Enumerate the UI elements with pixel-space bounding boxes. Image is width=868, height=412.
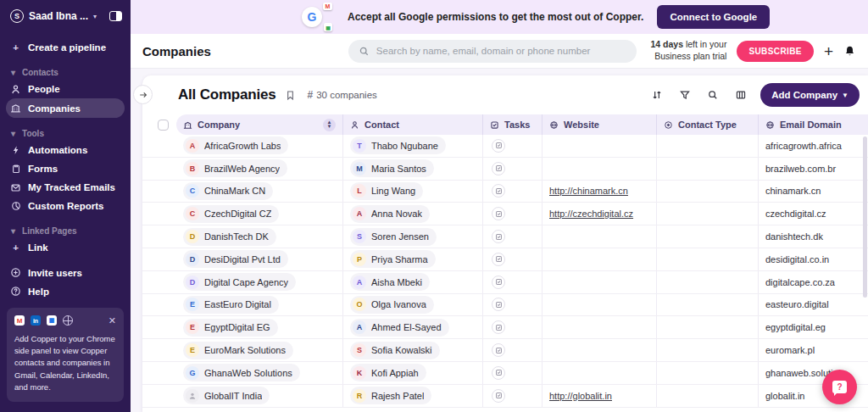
- vertical-scrollbar[interactable]: [863, 136, 867, 298]
- contact-chip[interactable]: P Priya Sharma: [350, 250, 436, 268]
- table-row[interactable]: GlobalIT India R Rajesh Patel http://glo…: [142, 385, 868, 408]
- website-cell[interactable]: [542, 158, 657, 180]
- contact-type-cell[interactable]: [657, 158, 759, 180]
- sidebar-item-people[interactable]: People: [0, 80, 131, 98]
- sidebar-item-my-tracked-emails[interactable]: My Tracked Emails: [0, 178, 131, 197]
- contact-chip[interactable]: A Ahmed El-Sayed: [350, 319, 449, 337]
- contact-type-cell[interactable]: [657, 271, 759, 293]
- website-cell[interactable]: [542, 339, 657, 361]
- company-chip[interactable]: C ChinaMark CN: [183, 182, 273, 200]
- task-check-icon[interactable]: [492, 207, 505, 220]
- contact-chip[interactable]: R Rajesh Patel: [350, 387, 431, 404]
- sidebar-item-custom-reports[interactable]: Custom Reports: [0, 197, 131, 215]
- email-domain-cell[interactable]: chinamark.cn: [759, 181, 868, 203]
- tasks-cell[interactable]: [483, 158, 542, 180]
- columns-icon[interactable]: [735, 89, 747, 101]
- contact-cell[interactable]: P Priya Sharma: [343, 248, 483, 270]
- website-cell[interactable]: [542, 271, 657, 293]
- global-search[interactable]: [348, 40, 637, 63]
- website-cell[interactable]: http://czechdigital.cz: [542, 203, 657, 225]
- contact-type-cell[interactable]: [657, 316, 759, 338]
- website-cell[interactable]: [542, 294, 657, 316]
- expand-panel-button[interactable]: [133, 85, 153, 104]
- table-row[interactable]: E EastEuro Digital O Olga Ivanova easteu…: [142, 294, 868, 317]
- company-cell[interactable]: C CzechDigital CZ: [176, 203, 343, 225]
- company-chip[interactable]: E EuroMark Solutions: [183, 342, 293, 359]
- email-domain-cell[interactable]: easteuro.digital: [759, 294, 868, 316]
- tasks-cell[interactable]: [483, 203, 542, 225]
- close-icon[interactable]: ✕: [108, 315, 116, 326]
- tasks-cell[interactable]: [483, 271, 542, 293]
- website-link[interactable]: http://globalit.in: [549, 391, 612, 401]
- contact-type-cell[interactable]: [657, 181, 759, 203]
- sidebar-item-invite-users[interactable]: Invite users: [0, 264, 131, 282]
- table-row[interactable]: G GhanaWeb Solutions K Kofi Appiah ghana…: [142, 362, 868, 385]
- contact-cell[interactable]: L Ling Wang: [343, 181, 483, 203]
- column-header-tasks[interactable]: Tasks: [483, 114, 542, 135]
- company-chip[interactable]: D DanishTech DK: [183, 228, 276, 246]
- contact-cell[interactable]: R Rajesh Patel: [343, 385, 483, 407]
- company-chip[interactable]: D DesiDigital Pvt Ltd: [183, 250, 288, 268]
- table-row[interactable]: C CzechDigital CZ A Anna Novak http://cz…: [142, 203, 868, 225]
- contact-chip[interactable]: T Thabo Ngubane: [350, 136, 446, 154]
- company-cell[interactable]: E EuroMark Solutions: [176, 339, 343, 361]
- tasks-cell[interactable]: [483, 339, 542, 361]
- contact-cell[interactable]: A Aisha Mbeki: [343, 271, 483, 293]
- help-chat-button[interactable]: ?: [822, 370, 857, 404]
- contact-type-cell[interactable]: [657, 135, 759, 157]
- sidebar-item-help[interactable]: Help: [0, 282, 131, 301]
- email-domain-cell[interactable]: euromark.pl: [759, 339, 868, 361]
- website-link[interactable]: http://chinamark.cn: [549, 186, 628, 196]
- contact-chip[interactable]: K Kofi Appiah: [350, 364, 426, 381]
- tasks-cell[interactable]: [483, 181, 542, 203]
- contact-chip[interactable]: A Anna Novak: [350, 205, 430, 223]
- column-header-company[interactable]: Company ▲▼: [176, 114, 343, 135]
- contact-type-cell[interactable]: [657, 225, 759, 248]
- company-cell[interactable]: GlobalIT India: [176, 385, 343, 407]
- task-check-icon[interactable]: [492, 343, 505, 357]
- add-company-button[interactable]: Add Company ▼: [760, 83, 860, 107]
- task-check-icon[interactable]: [492, 320, 505, 334]
- email-domain-cell[interactable]: africagrowth.africa: [759, 135, 868, 157]
- task-check-icon[interactable]: [492, 389, 505, 403]
- company-cell[interactable]: E EgyptDigital EG: [176, 316, 343, 338]
- sidebar-item-automations[interactable]: Automations: [0, 141, 131, 159]
- contact-type-cell[interactable]: [657, 248, 759, 270]
- tasks-cell[interactable]: [483, 294, 542, 316]
- user-menu[interactable]: S Saad Ibna ... ▾: [0, 0, 131, 31]
- column-header-website[interactable]: Website: [542, 114, 657, 135]
- tasks-cell[interactable]: [483, 225, 542, 248]
- company-chip[interactable]: D Digital Cape Agency: [183, 273, 296, 291]
- connect-to-google-button[interactable]: Connect to Google: [657, 5, 770, 29]
- task-check-icon[interactable]: [492, 162, 505, 175]
- email-domain-cell[interactable]: digitalcape.co.za: [759, 271, 868, 293]
- table-row[interactable]: E EgyptDigital EG A Ahmed El-Sayed egypt…: [142, 316, 868, 339]
- contact-cell[interactable]: T Thabo Ngubane: [343, 135, 483, 157]
- task-check-icon[interactable]: [492, 184, 505, 198]
- column-header-contact[interactable]: Contact: [343, 114, 483, 135]
- company-cell[interactable]: D Digital Cape Agency: [176, 271, 343, 293]
- website-cell[interactable]: http://chinamark.cn: [542, 181, 657, 203]
- contact-type-cell[interactable]: [657, 362, 759, 384]
- table-row[interactable]: E EuroMark Solutions S Sofia Kowalski eu…: [142, 339, 868, 362]
- website-cell[interactable]: [542, 225, 657, 248]
- sidebar-section-contacts[interactable]: ▾ Contacts: [0, 64, 131, 80]
- website-cell[interactable]: [542, 248, 657, 270]
- task-check-icon[interactable]: [492, 230, 505, 243]
- table-row[interactable]: D DesiDigital Pvt Ltd P Priya Sharma des…: [142, 248, 868, 271]
- contact-cell[interactable]: A Anna Novak: [343, 203, 483, 225]
- notifications-bell-icon[interactable]: [843, 45, 856, 58]
- column-header-contact-type[interactable]: Contact Type: [657, 114, 759, 135]
- contact-chip[interactable]: A Aisha Mbeki: [350, 273, 430, 291]
- company-chip[interactable]: E EastEuro Digital: [183, 296, 279, 314]
- website-cell[interactable]: [542, 135, 657, 157]
- contact-cell[interactable]: S Soren Jensen: [343, 225, 483, 248]
- table-row[interactable]: B BrazilWeb Agency M Maria Santos brazil…: [142, 158, 868, 181]
- contact-cell[interactable]: M Maria Santos: [343, 158, 483, 180]
- company-chip[interactable]: B BrazilWeb Agency: [183, 159, 287, 177]
- tasks-cell[interactable]: [483, 385, 542, 407]
- task-check-icon[interactable]: [492, 253, 505, 266]
- contact-chip[interactable]: M Maria Santos: [350, 159, 434, 177]
- bookmark-icon[interactable]: [285, 90, 296, 101]
- sort-toggle-icon[interactable]: ▲▼: [323, 119, 336, 131]
